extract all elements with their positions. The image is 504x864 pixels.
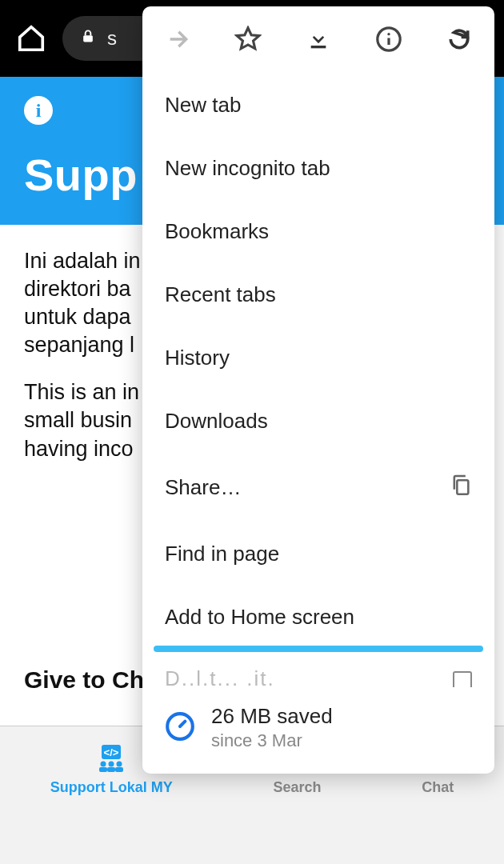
svg-rect-0 <box>83 35 93 42</box>
svg-rect-5 <box>99 767 107 772</box>
menu-recent-tabs[interactable]: Recent tabs <box>142 263 494 326</box>
highlight-underline <box>154 646 483 652</box>
menu-bookmarks[interactable]: Bookmarks <box>142 200 494 263</box>
menu-add-to-home[interactable]: Add to Home screen <box>142 586 494 649</box>
menu-icon-row <box>142 6 494 74</box>
menu-label: History <box>165 346 230 370</box>
menu-label: D..l.t... .it. <box>165 666 275 691</box>
menu-share[interactable]: Share… <box>142 453 494 522</box>
reload-icon[interactable] <box>446 26 472 52</box>
copy-icon <box>450 472 472 503</box>
checkbox-icon <box>453 671 472 687</box>
nav-label: Search <box>273 779 321 796</box>
svg-point-4 <box>101 762 106 767</box>
data-saver-amount: 26 MB saved <box>211 704 333 729</box>
browser-overflow-menu: New tab New incognito tab Bookmarks Rece… <box>142 6 494 774</box>
menu-new-incognito[interactable]: New incognito tab <box>142 137 494 200</box>
nav-label: Chat <box>422 779 454 796</box>
url-text: s <box>107 27 117 50</box>
info-icon: i <box>24 96 53 125</box>
menu-label: Downloads <box>165 409 268 434</box>
svg-text:</>: </> <box>104 746 119 758</box>
speedometer-icon <box>165 711 195 745</box>
svg-rect-7 <box>107 767 115 772</box>
svg-rect-17 <box>457 480 468 494</box>
menu-downloads[interactable]: Downloads <box>142 390 494 453</box>
download-icon[interactable] <box>306 26 331 52</box>
menu-data-saver[interactable]: 26 MB saved since 3 Mar <box>142 696 494 766</box>
forward-icon[interactable] <box>165 26 190 52</box>
menu-label: Add to Home screen <box>165 605 354 630</box>
svg-point-8 <box>117 762 122 767</box>
menu-desktop-site[interactable]: D..l.t... .it. <box>142 652 494 696</box>
lock-icon <box>80 26 96 50</box>
menu-label: New tab <box>165 93 241 118</box>
menu-find-in-page[interactable]: Find in page <box>142 522 494 586</box>
code-people-icon: </> <box>95 745 127 772</box>
nav-label: Support Lokal MY <box>50 779 173 796</box>
data-saver-date: since 3 Mar <box>211 730 333 751</box>
info-icon[interactable] <box>375 26 402 53</box>
menu-label: Bookmarks <box>165 219 269 244</box>
menu-new-tab[interactable]: New tab <box>142 74 494 137</box>
star-icon[interactable] <box>234 26 262 53</box>
home-button[interactable] <box>16 23 46 54</box>
svg-point-16 <box>387 33 390 35</box>
svg-point-6 <box>109 762 114 767</box>
menu-history[interactable]: History <box>142 326 494 390</box>
svg-rect-9 <box>115 767 123 772</box>
menu-label: Find in page <box>165 542 279 566</box>
svg-rect-13 <box>311 46 326 48</box>
menu-label: New incognito tab <box>165 156 330 181</box>
menu-label: Recent tabs <box>165 282 276 307</box>
menu-label: Share… <box>165 475 241 500</box>
